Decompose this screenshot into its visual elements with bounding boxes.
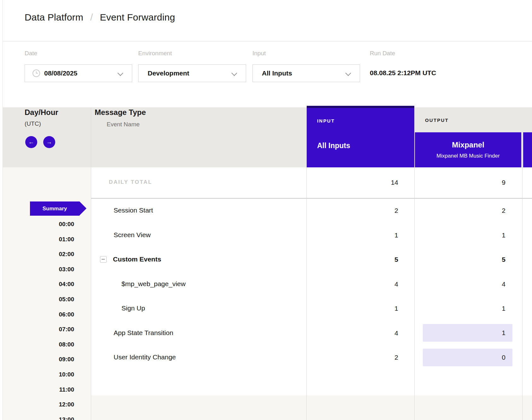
next-day-button[interactable]: → [43,136,55,148]
summary-tab-arrow [80,201,86,215]
input-dropdown[interactable]: All Inputs [252,64,360,82]
run-date-label: Run Date [370,50,395,57]
input-label: Input [252,50,266,57]
output-column-header[interactable]: Mixpanel Mixpanel MB Music Finder [415,132,521,168]
output-count-cell: 1 [423,223,512,247]
hour-row[interactable]: 07:00 [3,322,74,337]
minus-square-icon[interactable] [100,256,107,263]
input-count-cell: 4 [307,321,398,345]
date-value: 08/08/2025 [44,69,77,77]
event-row-label: App State Transition [114,329,173,337]
daily-total-label: DAILY TOTAL [109,179,152,185]
hour-row[interactable]: 03:00 [3,262,74,277]
page-title: Event Forwarding [100,12,175,22]
daily-total-input: 14 [307,179,398,186]
event-name-subtitle: Event Name [107,121,140,128]
output-count-cell: 5 [423,247,512,272]
arrow-left-icon: ← [28,139,34,145]
output-count-cell: 2 [423,198,512,223]
event-forwarding-page: Data Platform/Event Forwarding Date Envi… [0,0,532,420]
selected-column-strip [307,106,414,108]
input-value: All Inputs [262,69,292,77]
day-hour-title: Day/Hour [25,108,58,117]
output-count-cell: 1 [423,296,512,321]
table-row: App State Transition 4 1 [91,321,532,345]
table-footer-area [91,395,532,420]
hour-list: 00:0001:0002:0003:0004:0005:0006:0007:00… [3,217,74,420]
environment-dropdown[interactable]: Development [138,64,246,82]
output-count-cell: 1 [423,324,512,342]
environment-label: Environment [138,50,172,57]
hour-row[interactable]: 12:00 [3,397,74,412]
input-column-divider [306,107,307,420]
table-row: Custom Events 5 5 [91,247,532,272]
event-row-label: $mp_web_page_view [121,280,186,288]
hour-row[interactable]: 00:00 [3,217,74,232]
input-count-cell: 4 [307,272,398,296]
hour-row[interactable]: 04:00 [3,277,74,292]
hour-row[interactable]: 11:00 [3,382,74,397]
input-count-cell: 1 [307,223,398,247]
event-row-label: Session Start [114,207,153,214]
table-row: Sign Up 1 1 [91,296,532,321]
hour-column-divider [91,107,91,420]
hour-row[interactable]: 09:00 [3,352,74,367]
run-date-value: 08.08.25 2:12PM UTC [370,69,436,77]
event-row-label: Custom Events [113,255,161,263]
input-column-header[interactable]: INPUT All Inputs [307,106,414,168]
table-row: Screen View 1 1 [91,223,532,247]
breadcrumb: Data Platform/Event Forwarding [25,12,175,23]
output-count-cell: 0 [423,349,512,366]
chevron-down-icon [231,70,237,76]
table-row: User Identity Change 2 0 [91,345,532,369]
date-label: Date [25,50,37,57]
input-count-cell: 5 [307,247,398,272]
previous-day-button[interactable]: ← [25,136,37,148]
hour-row[interactable]: 08:00 [3,337,74,352]
breadcrumb-section[interactable]: Data Platform [25,12,83,22]
output-column-truncated[interactable] [523,132,532,168]
input-count-cell: 2 [307,345,398,369]
output-count-cell: 4 [423,272,512,296]
chevron-down-icon [345,70,351,76]
breadcrumb-separator: / [90,12,93,22]
summary-tab[interactable]: Summary [30,201,80,216]
input-count-cell: 1 [307,296,398,321]
input-eyebrow: INPUT [317,118,335,123]
event-row-label: Screen View [114,231,151,239]
top-bar: Data Platform/Event Forwarding [3,0,532,41]
message-type-title: Message Type [95,108,146,117]
daily-total-output: 9 [415,179,505,186]
event-row-label: Sign Up [121,304,145,312]
table-row: $mp_web_page_view 4 4 [91,272,532,296]
input-count-cell: 2 [307,198,398,223]
day-hour-subtitle: (UTC) [25,120,41,127]
table-row: Session Start 2 2 [91,198,532,223]
chevron-down-icon [117,70,123,76]
output-column-divider [414,167,415,420]
output-column-subtitle: Mixpanel MB Music Finder [415,153,521,159]
hour-row[interactable]: 13:00 [3,412,74,420]
hour-row[interactable]: 02:00 [3,247,74,262]
output-column-title: Mixpanel [415,141,521,149]
arrow-right-icon: → [46,139,52,145]
summary-tab-label: Summary [30,201,80,216]
event-row-label: User Identity Change [114,353,176,361]
hour-row[interactable]: 01:00 [3,232,74,247]
environment-value: Development [148,69,189,77]
hour-row[interactable]: 10:00 [3,367,74,382]
clock-icon [33,69,40,77]
filter-bar: Date Environment Input Run Date 08/08/20… [3,41,532,107]
hour-row[interactable]: 05:00 [3,292,74,307]
date-dropdown[interactable]: 08/08/2025 [25,64,132,82]
input-column-title: All Inputs [317,141,350,150]
right-column-divider [522,167,523,420]
output-eyebrow: OUTPUT [425,117,449,123]
hour-row[interactable]: 06:00 [3,307,74,322]
